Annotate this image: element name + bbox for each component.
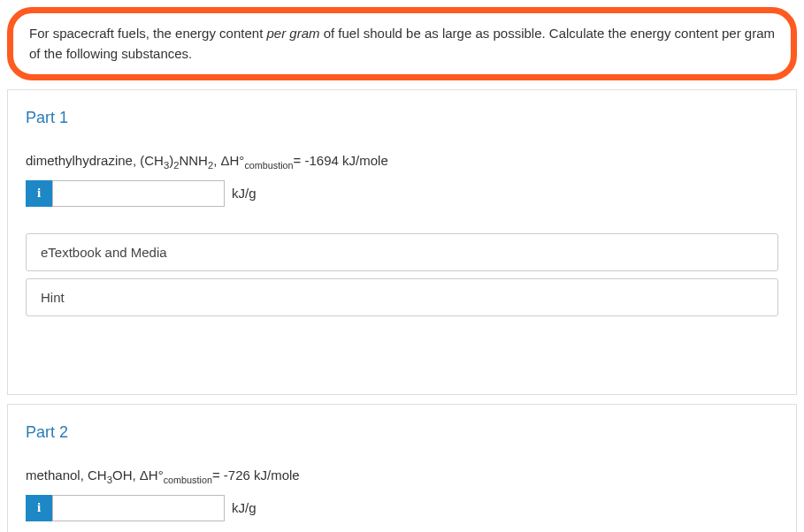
part-2-section: Part 2 methanol, CH3OH, ΔH°combustion= -… bbox=[7, 404, 797, 532]
part-2-body: methanol, CH3OH, ΔH°combustion= -726 kJ/… bbox=[8, 457, 796, 532]
p1-mid2: NNH bbox=[179, 153, 208, 168]
p2-combustion: combustion bbox=[164, 475, 212, 485]
part-1-substance: dimethylhydrazine, (CH3)2NNH2, ΔH°combus… bbox=[26, 151, 778, 173]
part-1-heading: Part 1 bbox=[8, 90, 796, 142]
p2-pre: methanol, CH bbox=[26, 467, 107, 483]
p2-value: = -726 kJ/mole bbox=[212, 467, 300, 483]
answer-input-part2[interactable] bbox=[52, 495, 225, 521]
spacer bbox=[8, 323, 796, 394]
unit-label-part2: kJ/g bbox=[232, 498, 257, 519]
answer-input-part1[interactable] bbox=[52, 180, 225, 207]
p2-mid1: OH, ΔH° bbox=[112, 467, 164, 483]
p1-value: = -1694 kJ/mole bbox=[294, 153, 388, 168]
p1-pre: dimethylhydrazine, (CH bbox=[26, 153, 164, 168]
part-1-body: dimethylhydrazine, (CH3)2NNH2, ΔH°combus… bbox=[8, 142, 796, 226]
etextbook-button[interactable]: eTextbook and Media bbox=[26, 233, 778, 271]
p1-mid3: , ΔH° bbox=[213, 153, 244, 168]
hint-button[interactable]: Hint bbox=[26, 278, 778, 316]
question-prompt: For spacecraft fuels, the energy content… bbox=[7, 7, 797, 80]
question-text: For spacecraft fuels, the energy content… bbox=[29, 26, 775, 61]
part-2-substance: methanol, CH3OH, ΔH°combustion= -726 kJ/… bbox=[26, 466, 778, 488]
info-button-part1[interactable]: i bbox=[26, 180, 52, 207]
info-button-part2[interactable]: i bbox=[26, 495, 52, 521]
part-1-input-row: i kJ/g bbox=[26, 180, 778, 207]
p1-combustion: combustion bbox=[244, 160, 293, 171]
unit-label-part1: kJ/g bbox=[232, 184, 257, 204]
question-pre: For spacecraft fuels, the energy content bbox=[29, 26, 266, 41]
part-2-input-row: i kJ/g bbox=[26, 495, 778, 521]
part-2-heading: Part 2 bbox=[8, 405, 796, 457]
part-1-section: Part 1 dimethylhydrazine, (CH3)2NNH2, ΔH… bbox=[7, 89, 797, 395]
question-italic: per gram bbox=[266, 26, 319, 41]
